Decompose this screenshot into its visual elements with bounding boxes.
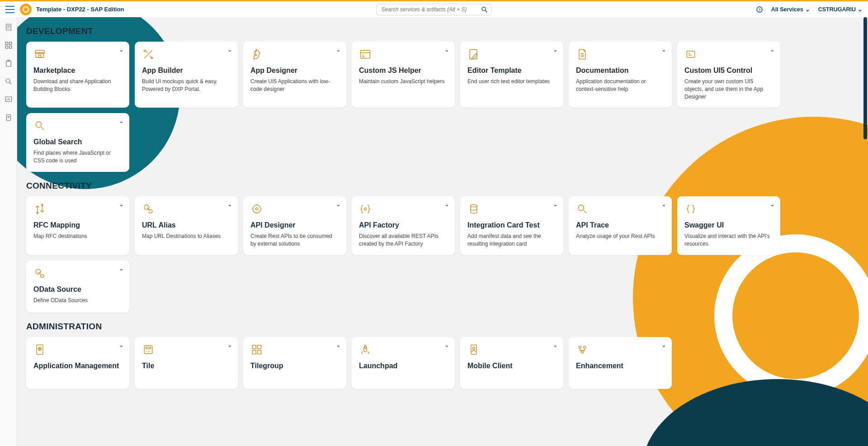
card-title: Global Search xyxy=(33,138,122,147)
sidebar-dashboard-icon[interactable] xyxy=(4,95,13,104)
card-description: Build UI mockups quick & easy. Powered b… xyxy=(142,78,231,93)
service-card[interactable]: ⌄ API Trace Analyze usage of your Rest A… xyxy=(569,196,672,255)
chevron-down-icon[interactable]: ⌄ xyxy=(336,46,341,53)
all-services-dropdown[interactable]: All Services ⌄ xyxy=(771,6,810,13)
user-menu[interactable]: CSTRUGARIU ⌄ xyxy=(818,6,863,13)
topbar: Template - DXP22 - SAP Edition ? All Ser… xyxy=(0,0,868,17)
svg-rect-19 xyxy=(470,50,477,59)
logo-icon[interactable] xyxy=(20,4,32,15)
chevron-down-icon[interactable]: ⌄ xyxy=(444,46,449,53)
service-card[interactable]: ⌄ Global Search Find places where JavaSc… xyxy=(26,113,129,172)
chevron-down-icon[interactable]: ⌄ xyxy=(227,342,232,348)
svg-rect-8 xyxy=(6,61,11,66)
sidebar-grid-icon[interactable] xyxy=(4,41,13,50)
sidebar-clipboard-icon[interactable] xyxy=(4,59,13,68)
chevron-down-icon[interactable]: ⌄ xyxy=(661,342,666,348)
svg-rect-14 xyxy=(38,55,41,57)
service-card[interactable]: ⌄ RFC Mapping Map RFC destinations xyxy=(26,196,129,255)
service-card[interactable]: ⌄ API Designer Create Rest APIs to be co… xyxy=(243,196,346,255)
main-content: DEVELOPMENT ⌄ Marketplace Download and s… xyxy=(17,17,868,446)
tablet-globe-icon xyxy=(33,343,122,357)
user-label: CSTRUGARIU xyxy=(818,6,856,13)
sidebar-hint-icon[interactable] xyxy=(4,113,13,122)
chevron-down-icon[interactable]: ⌄ xyxy=(336,342,341,348)
service-card[interactable]: ⌄ Application Management xyxy=(26,337,129,389)
edit-doc-icon xyxy=(467,48,556,62)
svg-rect-39 xyxy=(252,345,256,349)
chevron-down-icon[interactable]: ⌄ xyxy=(770,201,775,208)
service-card[interactable]: ⌄ Marketplace Download and share Applica… xyxy=(26,42,129,108)
service-card[interactable]: ⌄ Tilegroup xyxy=(243,337,346,389)
chevron-down-icon[interactable]: ⌄ xyxy=(336,201,341,208)
help-icon[interactable]: ? xyxy=(756,6,763,13)
svg-point-27 xyxy=(364,208,366,210)
chevron-down-icon[interactable]: ⌄ xyxy=(553,342,558,348)
chevron-down-icon[interactable]: ⌄ xyxy=(661,46,666,53)
card-description: Map RFC destinations xyxy=(33,232,122,240)
svg-point-28 xyxy=(471,204,477,207)
card-title: Tile xyxy=(142,361,231,370)
svg-point-43 xyxy=(364,347,366,349)
chevron-down-icon[interactable]: ⌄ xyxy=(119,118,124,124)
service-card[interactable]: ⌄ App Builder Build UI mockups quick & e… xyxy=(135,42,238,108)
card-description: Create Rest APIs to be consumed by exter… xyxy=(250,232,339,248)
card-title: API Factory xyxy=(359,221,448,230)
chevron-down-icon[interactable]: ⌄ xyxy=(444,342,449,348)
tile-grid-icon xyxy=(250,343,339,357)
chevron-down-icon[interactable]: ⌄ xyxy=(119,265,124,272)
svg-rect-4 xyxy=(5,42,8,44)
service-card[interactable]: ⌄ Custom JS Helper Maintain custom JavaS… xyxy=(352,42,455,108)
service-card[interactable]: ⌄ Enhancement xyxy=(569,337,672,389)
hamburger-menu-icon[interactable] xyxy=(5,6,14,13)
all-services-label: All Services xyxy=(771,6,803,13)
service-card[interactable]: ⌄ Editor Template End user rich text edi… xyxy=(460,42,563,108)
chevron-down-icon[interactable]: ⌄ xyxy=(119,46,124,53)
card-title: Enhancement xyxy=(576,361,665,370)
svg-rect-41 xyxy=(252,350,256,354)
service-card[interactable]: ⌄ Documentation Application documentatio… xyxy=(569,42,672,108)
section: ADMINISTRATION ⌄ Application Management … xyxy=(26,322,868,389)
sidebar-document-icon[interactable] xyxy=(4,23,13,32)
search-container xyxy=(377,4,492,15)
svg-rect-34 xyxy=(144,346,152,354)
chevron-down-icon[interactable]: ⌄ xyxy=(661,201,666,208)
chevron-down-icon[interactable]: ⌄ xyxy=(553,201,558,208)
sidebar xyxy=(0,17,17,446)
search-icon[interactable] xyxy=(481,6,488,15)
js-brackets-icon xyxy=(359,48,448,62)
service-card[interactable]: ⌄ Tile xyxy=(135,337,238,389)
svg-point-0 xyxy=(482,7,486,10)
search-input[interactable] xyxy=(377,4,492,15)
card-description: Create UI5 Applications with low-code de… xyxy=(250,78,339,93)
service-card[interactable]: ⌄ Launchpad xyxy=(352,337,455,389)
chevron-down-icon[interactable]: ⌄ xyxy=(119,342,124,348)
chevron-down-icon[interactable]: ⌄ xyxy=(444,201,449,208)
service-card[interactable]: ⌄ App Designer Create UI5 Applications w… xyxy=(243,42,346,108)
service-card[interactable]: ⌄ Mobile Client xyxy=(460,337,563,389)
tile-one-icon xyxy=(142,343,231,357)
chevron-down-icon[interactable]: ⌄ xyxy=(227,201,232,208)
section-title: DEVELOPMENT xyxy=(26,26,868,36)
card-description: Analyze usage of your Rest APIs xyxy=(576,232,665,240)
service-card[interactable]: ⌄ OData Source Define OData Sources xyxy=(26,261,129,313)
svg-point-45 xyxy=(472,347,475,349)
service-card[interactable]: ⌄ URL Alias Map URL Destinations to Alia… xyxy=(135,196,238,255)
service-card[interactable]: ⌄ Custom UI5 Control Create your own cus… xyxy=(677,42,780,108)
chevron-down-icon[interactable]: ⌄ xyxy=(119,201,124,208)
card-title: Swagger UI xyxy=(684,221,773,230)
card-title: Custom UI5 Control xyxy=(684,66,773,75)
chevron-down-icon[interactable]: ⌄ xyxy=(227,46,232,53)
card-title: App Designer xyxy=(250,66,339,75)
sidebar-search-icon[interactable] xyxy=(4,77,13,86)
card-description: Map URL Destinations to Aliases xyxy=(142,232,231,240)
phone-user-icon xyxy=(467,343,556,357)
chevron-down-icon[interactable]: ⌄ xyxy=(553,46,558,53)
chevron-down-icon[interactable]: ⌄ xyxy=(770,46,775,53)
service-card[interactable]: ⌄ Integration Card Test Add manifest dat… xyxy=(460,196,563,255)
card-title: Mobile Client xyxy=(467,361,556,370)
arrows-ud-icon xyxy=(33,203,122,216)
service-card[interactable]: ⌄ Swagger UI Visualize and interact with… xyxy=(677,196,780,255)
card-description: Discover all available REST APIs created… xyxy=(359,232,448,248)
card-title: API Trace xyxy=(576,221,665,230)
service-card[interactable]: ⌄ API Factory Discover all available RES… xyxy=(352,196,455,255)
